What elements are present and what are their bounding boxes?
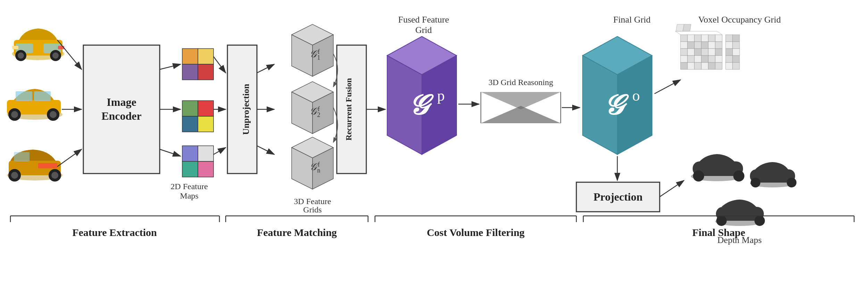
car-1 [12, 28, 64, 61]
svg-rect-33 [198, 49, 214, 64]
svg-line-116 [675, 31, 681, 35]
svg-rect-106 [694, 56, 701, 62]
svg-rect-94 [694, 42, 701, 49]
svg-rect-124 [733, 42, 740, 49]
svg-text:n: n [317, 167, 320, 174]
svg-line-44 [214, 57, 226, 73]
svg-rect-98 [681, 49, 687, 56]
svg-point-23 [11, 172, 18, 179]
section-label-final-shape: Final Shape [692, 227, 745, 238]
svg-rect-20 [14, 152, 30, 161]
svg-rect-12 [16, 91, 32, 101]
svg-rect-93 [687, 42, 694, 49]
fused-feature-label: Fused Feature [398, 15, 449, 25]
svg-rect-39 [198, 116, 214, 132]
svg-rect-130 [733, 62, 740, 69]
svg-line-49 [257, 146, 274, 154]
svg-rect-41 [198, 146, 214, 161]
svg-marker-76 [481, 106, 561, 123]
svg-rect-87 [687, 35, 694, 42]
svg-rect-103 [715, 49, 722, 56]
svg-rect-36 [182, 101, 198, 116]
main-diagram: Image Encoder 2D Feature Maps [0, 0, 868, 303]
encoder-label2: Encoder [101, 110, 142, 122]
fused-feature-label2: Grid [415, 25, 432, 35]
svg-rect-38 [182, 116, 198, 132]
svg-point-15 [11, 111, 18, 118]
grid-reasoning-label: 3D Grid Reasoning [489, 78, 553, 87]
svg-rect-113 [701, 62, 708, 69]
svg-rect-127 [726, 56, 733, 62]
svg-rect-102 [708, 49, 715, 56]
svg-rect-120 [683, 24, 691, 31]
projection-label: Projection [593, 191, 643, 203]
svg-text:o: o [632, 87, 640, 104]
svg-point-17 [50, 111, 57, 118]
final-grid-label: Final Grid [613, 15, 651, 25]
svg-rect-91 [715, 35, 722, 42]
recurrent-label: Recurrent Fusion [344, 78, 353, 141]
svg-rect-97 [715, 42, 722, 49]
svg-rect-96 [708, 42, 715, 49]
encoder-label: Image [107, 96, 136, 108]
svg-rect-43 [198, 161, 214, 177]
car-silhouette-1 [691, 154, 744, 182]
svg-rect-119 [676, 24, 684, 31]
svg-rect-122 [733, 35, 740, 42]
svg-text:1: 1 [317, 54, 320, 61]
svg-rect-114 [708, 62, 715, 69]
svg-rect-101 [701, 49, 708, 56]
svg-rect-129 [726, 62, 733, 69]
svg-point-5 [18, 52, 24, 59]
unprojection-label: Unprojection [241, 84, 251, 135]
diagram-container: Image Encoder 2D Feature Maps [0, 0, 868, 303]
svg-rect-40 [182, 146, 198, 161]
svg-rect-13 [34, 91, 51, 101]
svg-rect-126 [733, 49, 740, 56]
svg-rect-99 [687, 49, 694, 56]
svg-rect-121 [726, 35, 733, 42]
svg-point-135 [693, 170, 704, 182]
svg-point-136 [733, 170, 744, 182]
svg-rect-123 [726, 42, 733, 49]
car-3 [7, 150, 62, 182]
svg-point-25 [51, 172, 58, 179]
image-encoder-box [83, 45, 160, 174]
svg-rect-107 [701, 56, 708, 62]
svg-rect-108 [708, 56, 715, 62]
car-2 [7, 89, 62, 121]
svg-line-132 [660, 180, 684, 197]
section-label-feature-matching: Feature Matching [257, 227, 337, 238]
svg-line-28 [57, 149, 82, 167]
svg-rect-128 [733, 56, 740, 62]
svg-rect-35 [198, 64, 214, 80]
svg-point-143 [716, 216, 727, 226]
svg-rect-90 [708, 35, 715, 42]
voxel-grid [675, 24, 722, 69]
3d-grids-label2: Grids [303, 205, 322, 214]
voxel-grid-right [726, 35, 740, 69]
svg-text:2: 2 [317, 111, 320, 118]
svg-rect-88 [694, 35, 701, 42]
svg-rect-110 [681, 62, 687, 69]
svg-rect-42 [182, 161, 198, 177]
svg-line-47 [257, 64, 274, 73]
svg-line-46 [214, 148, 226, 154]
svg-line-85 [654, 80, 681, 94]
svg-point-139 [751, 178, 760, 187]
svg-line-29 [160, 64, 181, 69]
svg-rect-105 [687, 56, 694, 62]
svg-rect-100 [694, 49, 701, 56]
svg-rect-95 [701, 42, 708, 49]
svg-point-7 [52, 52, 59, 59]
svg-rect-8 [12, 46, 18, 49]
3d-grids-label: 3D Feature [294, 197, 331, 206]
svg-rect-109 [715, 56, 722, 62]
svg-rect-92 [681, 42, 687, 49]
svg-text:p: p [437, 87, 445, 104]
car-silhouette-3 [715, 200, 765, 226]
svg-point-140 [787, 178, 796, 187]
svg-rect-86 [681, 35, 687, 42]
svg-point-144 [754, 216, 765, 226]
svg-rect-34 [182, 64, 198, 80]
